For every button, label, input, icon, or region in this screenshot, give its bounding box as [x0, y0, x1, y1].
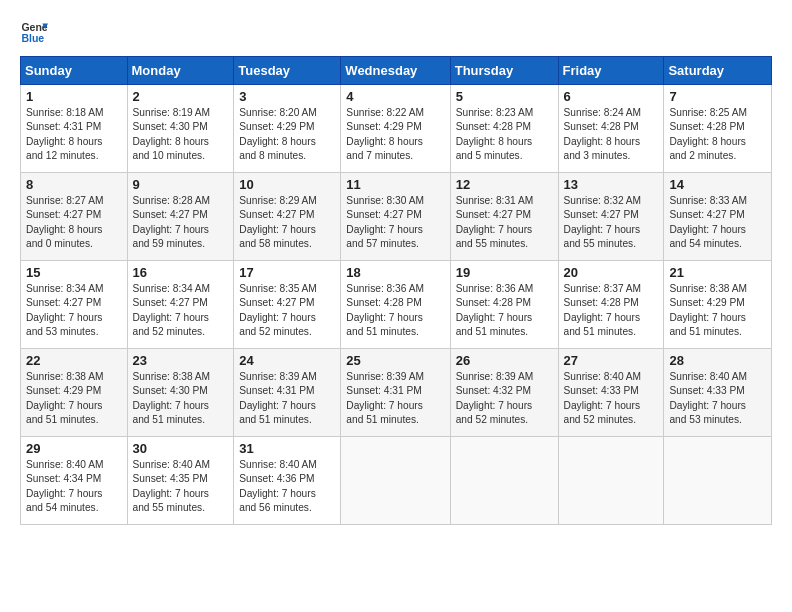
day-info: Sunrise: 8:25 AMSunset: 4:28 PMDaylight:… [669, 106, 766, 163]
day-info: Sunrise: 8:37 AMSunset: 4:28 PMDaylight:… [564, 282, 659, 339]
page: General Blue SundayMondayTuesdayWednesda… [0, 0, 792, 535]
calendar-cell: 8Sunrise: 8:27 AMSunset: 4:27 PMDaylight… [21, 173, 128, 261]
calendar-cell: 15Sunrise: 8:34 AMSunset: 4:27 PMDayligh… [21, 261, 128, 349]
calendar-cell: 6Sunrise: 8:24 AMSunset: 4:28 PMDaylight… [558, 85, 664, 173]
day-info: Sunrise: 8:40 AMSunset: 4:33 PMDaylight:… [669, 370, 766, 427]
day-info: Sunrise: 8:30 AMSunset: 4:27 PMDaylight:… [346, 194, 444, 251]
day-number: 17 [239, 265, 335, 280]
calendar-cell: 23Sunrise: 8:38 AMSunset: 4:30 PMDayligh… [127, 349, 234, 437]
calendar-cell: 11Sunrise: 8:30 AMSunset: 4:27 PMDayligh… [341, 173, 450, 261]
day-number: 15 [26, 265, 122, 280]
day-info: Sunrise: 8:34 AMSunset: 4:27 PMDaylight:… [26, 282, 122, 339]
calendar-cell: 21Sunrise: 8:38 AMSunset: 4:29 PMDayligh… [664, 261, 772, 349]
day-info: Sunrise: 8:38 AMSunset: 4:30 PMDaylight:… [133, 370, 229, 427]
day-number: 22 [26, 353, 122, 368]
day-header-wednesday: Wednesday [341, 57, 450, 85]
calendar-cell: 13Sunrise: 8:32 AMSunset: 4:27 PMDayligh… [558, 173, 664, 261]
day-info: Sunrise: 8:35 AMSunset: 4:27 PMDaylight:… [239, 282, 335, 339]
day-info: Sunrise: 8:27 AMSunset: 4:27 PMDaylight:… [26, 194, 122, 251]
day-info: Sunrise: 8:18 AMSunset: 4:31 PMDaylight:… [26, 106, 122, 163]
day-number: 9 [133, 177, 229, 192]
day-info: Sunrise: 8:39 AMSunset: 4:31 PMDaylight:… [346, 370, 444, 427]
calendar-cell: 1Sunrise: 8:18 AMSunset: 4:31 PMDaylight… [21, 85, 128, 173]
day-number: 29 [26, 441, 122, 456]
day-info: Sunrise: 8:36 AMSunset: 4:28 PMDaylight:… [456, 282, 553, 339]
day-number: 27 [564, 353, 659, 368]
calendar-cell: 14Sunrise: 8:33 AMSunset: 4:27 PMDayligh… [664, 173, 772, 261]
day-header-sunday: Sunday [21, 57, 128, 85]
calendar-cell: 7Sunrise: 8:25 AMSunset: 4:28 PMDaylight… [664, 85, 772, 173]
day-info: Sunrise: 8:38 AMSunset: 4:29 PMDaylight:… [26, 370, 122, 427]
day-number: 20 [564, 265, 659, 280]
day-info: Sunrise: 8:22 AMSunset: 4:29 PMDaylight:… [346, 106, 444, 163]
calendar-cell: 29Sunrise: 8:40 AMSunset: 4:34 PMDayligh… [21, 437, 128, 525]
calendar-cell: 30Sunrise: 8:40 AMSunset: 4:35 PMDayligh… [127, 437, 234, 525]
day-number: 31 [239, 441, 335, 456]
calendar-cell: 17Sunrise: 8:35 AMSunset: 4:27 PMDayligh… [234, 261, 341, 349]
day-info: Sunrise: 8:19 AMSunset: 4:30 PMDaylight:… [133, 106, 229, 163]
day-number: 6 [564, 89, 659, 104]
day-number: 28 [669, 353, 766, 368]
calendar-cell: 10Sunrise: 8:29 AMSunset: 4:27 PMDayligh… [234, 173, 341, 261]
calendar-cell [558, 437, 664, 525]
day-header-monday: Monday [127, 57, 234, 85]
day-info: Sunrise: 8:31 AMSunset: 4:27 PMDaylight:… [456, 194, 553, 251]
day-header-saturday: Saturday [664, 57, 772, 85]
day-header-tuesday: Tuesday [234, 57, 341, 85]
day-number: 8 [26, 177, 122, 192]
day-info: Sunrise: 8:23 AMSunset: 4:28 PMDaylight:… [456, 106, 553, 163]
day-header-thursday: Thursday [450, 57, 558, 85]
day-info: Sunrise: 8:32 AMSunset: 4:27 PMDaylight:… [564, 194, 659, 251]
logo-icon: General Blue [20, 18, 48, 46]
calendar-cell: 24Sunrise: 8:39 AMSunset: 4:31 PMDayligh… [234, 349, 341, 437]
day-number: 30 [133, 441, 229, 456]
day-number: 26 [456, 353, 553, 368]
day-info: Sunrise: 8:40 AMSunset: 4:34 PMDaylight:… [26, 458, 122, 515]
calendar-cell: 3Sunrise: 8:20 AMSunset: 4:29 PMDaylight… [234, 85, 341, 173]
day-number: 13 [564, 177, 659, 192]
calendar-table: SundayMondayTuesdayWednesdayThursdayFrid… [20, 56, 772, 525]
day-info: Sunrise: 8:24 AMSunset: 4:28 PMDaylight:… [564, 106, 659, 163]
header: General Blue [20, 18, 772, 46]
calendar-cell: 4Sunrise: 8:22 AMSunset: 4:29 PMDaylight… [341, 85, 450, 173]
day-number: 11 [346, 177, 444, 192]
calendar-cell [450, 437, 558, 525]
day-number: 16 [133, 265, 229, 280]
logo: General Blue [20, 18, 48, 46]
day-number: 7 [669, 89, 766, 104]
calendar-cell: 9Sunrise: 8:28 AMSunset: 4:27 PMDaylight… [127, 173, 234, 261]
day-info: Sunrise: 8:34 AMSunset: 4:27 PMDaylight:… [133, 282, 229, 339]
day-number: 19 [456, 265, 553, 280]
day-number: 21 [669, 265, 766, 280]
day-info: Sunrise: 8:38 AMSunset: 4:29 PMDaylight:… [669, 282, 766, 339]
day-info: Sunrise: 8:39 AMSunset: 4:32 PMDaylight:… [456, 370, 553, 427]
calendar-cell: 25Sunrise: 8:39 AMSunset: 4:31 PMDayligh… [341, 349, 450, 437]
day-info: Sunrise: 8:28 AMSunset: 4:27 PMDaylight:… [133, 194, 229, 251]
calendar-cell: 22Sunrise: 8:38 AMSunset: 4:29 PMDayligh… [21, 349, 128, 437]
day-info: Sunrise: 8:40 AMSunset: 4:33 PMDaylight:… [564, 370, 659, 427]
calendar-cell: 26Sunrise: 8:39 AMSunset: 4:32 PMDayligh… [450, 349, 558, 437]
day-info: Sunrise: 8:40 AMSunset: 4:35 PMDaylight:… [133, 458, 229, 515]
day-number: 1 [26, 89, 122, 104]
calendar-cell: 27Sunrise: 8:40 AMSunset: 4:33 PMDayligh… [558, 349, 664, 437]
calendar-cell: 5Sunrise: 8:23 AMSunset: 4:28 PMDaylight… [450, 85, 558, 173]
day-number: 10 [239, 177, 335, 192]
calendar-cell: 16Sunrise: 8:34 AMSunset: 4:27 PMDayligh… [127, 261, 234, 349]
day-number: 14 [669, 177, 766, 192]
day-number: 5 [456, 89, 553, 104]
day-info: Sunrise: 8:20 AMSunset: 4:29 PMDaylight:… [239, 106, 335, 163]
calendar-cell [341, 437, 450, 525]
day-number: 2 [133, 89, 229, 104]
day-info: Sunrise: 8:33 AMSunset: 4:27 PMDaylight:… [669, 194, 766, 251]
calendar-cell: 19Sunrise: 8:36 AMSunset: 4:28 PMDayligh… [450, 261, 558, 349]
calendar-cell: 31Sunrise: 8:40 AMSunset: 4:36 PMDayligh… [234, 437, 341, 525]
day-info: Sunrise: 8:36 AMSunset: 4:28 PMDaylight:… [346, 282, 444, 339]
svg-text:Blue: Blue [21, 32, 44, 44]
calendar-cell: 12Sunrise: 8:31 AMSunset: 4:27 PMDayligh… [450, 173, 558, 261]
day-info: Sunrise: 8:40 AMSunset: 4:36 PMDaylight:… [239, 458, 335, 515]
calendar-cell: 2Sunrise: 8:19 AMSunset: 4:30 PMDaylight… [127, 85, 234, 173]
day-number: 4 [346, 89, 444, 104]
calendar-cell: 28Sunrise: 8:40 AMSunset: 4:33 PMDayligh… [664, 349, 772, 437]
calendar-cell: 20Sunrise: 8:37 AMSunset: 4:28 PMDayligh… [558, 261, 664, 349]
day-info: Sunrise: 8:29 AMSunset: 4:27 PMDaylight:… [239, 194, 335, 251]
